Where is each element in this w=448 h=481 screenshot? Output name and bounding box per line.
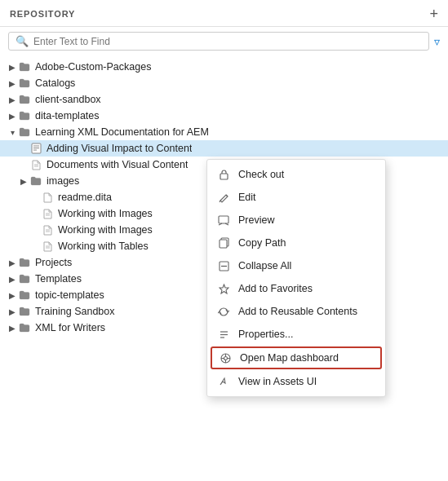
chevron-icon: ▶ bbox=[7, 79, 18, 88]
folder-icon bbox=[18, 60, 31, 73]
chevron-icon: ▶ bbox=[18, 177, 29, 186]
item-label: Training Sandbox bbox=[35, 306, 115, 317]
item-label: Documents with Visual Content bbox=[47, 159, 188, 170]
folder-icon bbox=[18, 289, 31, 302]
add-button[interactable]: + bbox=[429, 7, 438, 21]
item-label: Templates bbox=[35, 273, 82, 285]
ctx-item-label: Edit bbox=[238, 192, 256, 203]
svg-point-32 bbox=[224, 356, 227, 360]
ctx-item-label: Properties... bbox=[238, 329, 293, 340]
chevron-icon: ▶ bbox=[7, 324, 18, 333]
svg-line-18 bbox=[226, 195, 228, 196]
ctx-item-preview[interactable]: Preview bbox=[207, 209, 385, 232]
folder-icon bbox=[18, 305, 31, 318]
repository-panel: REPOSITORY + 🔍 ▿ ▶ Adobe-Custom-Packages… bbox=[0, 0, 448, 481]
ctx-item-label: Check out bbox=[238, 169, 284, 180]
file-icon bbox=[41, 207, 54, 220]
ctx-item-properties[interactable]: Properties... bbox=[207, 323, 385, 346]
file-icon bbox=[41, 240, 54, 253]
search-bar: 🔍 ▿ bbox=[0, 27, 448, 55]
item-label: Projects bbox=[35, 257, 72, 268]
copy-icon bbox=[217, 236, 230, 249]
svg-marker-14 bbox=[44, 242, 51, 251]
ctx-item-add-favorites[interactable]: Add to Favorites bbox=[207, 277, 385, 300]
folder-icon bbox=[18, 109, 31, 122]
folder-icon bbox=[18, 126, 31, 139]
folder-icon bbox=[18, 77, 31, 90]
item-label: XML for Writers bbox=[35, 322, 105, 333]
folder-icon bbox=[29, 174, 42, 188]
folder-icon bbox=[18, 93, 31, 106]
item-label: client-sandbox bbox=[35, 94, 101, 105]
search-icon: 🔍 bbox=[16, 35, 29, 47]
item-label: Working with Tables bbox=[58, 240, 149, 252]
ctx-item-add-reusable[interactable]: Add to Reusable Contents bbox=[207, 300, 385, 323]
filter-icon[interactable]: ▿ bbox=[434, 35, 440, 48]
tree-item-learning[interactable]: ▾ Learning XML Documentation for AEM bbox=[0, 124, 448, 140]
svg-marker-4 bbox=[33, 161, 40, 170]
svg-marker-27 bbox=[220, 285, 228, 293]
item-label: Working with Images bbox=[58, 224, 153, 236]
ctx-item-label: Add to Favorites bbox=[238, 283, 313, 294]
ctx-item-label: Collapse All bbox=[238, 260, 291, 271]
preview-icon bbox=[217, 214, 230, 227]
ctx-item-checkout[interactable]: Check out bbox=[207, 163, 385, 186]
search-input[interactable] bbox=[33, 36, 422, 47]
item-label: images bbox=[47, 175, 79, 187]
ctx-item-copy-path[interactable]: Copy Path bbox=[207, 232, 385, 254]
doc-icon bbox=[29, 142, 42, 155]
svg-marker-7 bbox=[44, 193, 51, 202]
item-label: readme.dita bbox=[58, 192, 112, 203]
star-icon bbox=[217, 282, 230, 295]
svg-rect-24 bbox=[220, 240, 227, 248]
svg-rect-17 bbox=[220, 174, 228, 179]
chevron-icon: ▶ bbox=[7, 95, 18, 104]
map-icon bbox=[219, 351, 232, 364]
tree-item-dita[interactable]: ▶ dita-templates bbox=[0, 108, 448, 124]
ctx-item-open-map[interactable]: Open Map dashboard bbox=[211, 346, 382, 369]
dita-icon bbox=[41, 191, 54, 204]
context-menu: Check outEditPreviewCopy PathCollapse Al… bbox=[206, 159, 386, 397]
folder-icon bbox=[18, 256, 31, 269]
reusable-icon bbox=[217, 305, 230, 318]
chevron-icon: ▶ bbox=[7, 307, 18, 316]
ctx-item-label: Preview bbox=[238, 214, 274, 226]
search-input-wrap: 🔍 bbox=[8, 32, 429, 51]
ctx-item-view-assets[interactable]: View in Assets UI bbox=[207, 370, 385, 393]
assets-icon bbox=[217, 375, 230, 388]
svg-line-19 bbox=[220, 201, 220, 202]
ctx-item-edit[interactable]: Edit bbox=[207, 186, 385, 209]
tree-item-catalogs[interactable]: ▶ Catalogs bbox=[0, 75, 448, 91]
item-label: Adobe-Custom-Packages bbox=[35, 61, 151, 73]
svg-marker-8 bbox=[44, 210, 51, 218]
ctx-item-label: Open Map dashboard bbox=[240, 352, 339, 364]
file-icon bbox=[41, 223, 54, 236]
ctx-item-label: View in Assets UI bbox=[238, 376, 317, 387]
lock-icon bbox=[217, 168, 230, 181]
chevron-icon: ▶ bbox=[7, 291, 18, 300]
chevron-icon: ▶ bbox=[7, 63, 18, 72]
file-icon bbox=[29, 158, 42, 171]
svg-rect-20 bbox=[219, 216, 228, 223]
ctx-item-label: Add to Reusable Contents bbox=[238, 306, 357, 317]
chevron-icon: ▾ bbox=[7, 128, 18, 137]
item-label: Catalogs bbox=[35, 77, 75, 89]
ctx-item-label: Copy Path bbox=[238, 237, 286, 249]
tree-item-client[interactable]: ▶ client-sandbox bbox=[0, 91, 448, 108]
item-label: Adding Visual Impact to Content bbox=[47, 143, 192, 154]
tree-item-adding[interactable]: Adding Visual Impact to Content bbox=[0, 140, 448, 157]
chevron-icon: ▶ bbox=[7, 275, 18, 284]
item-label: Learning XML Documentation for AEM bbox=[35, 126, 209, 138]
collapse-icon bbox=[217, 259, 230, 272]
folder-icon bbox=[18, 321, 31, 334]
panel-header: REPOSITORY + bbox=[0, 0, 448, 27]
chevron-icon: ▶ bbox=[7, 258, 18, 267]
tree-item-adobe[interactable]: ▶ Adobe-Custom-Packages bbox=[0, 59, 448, 75]
svg-marker-11 bbox=[44, 226, 51, 235]
pencil-icon bbox=[217, 191, 230, 204]
item-label: topic-templates bbox=[35, 289, 104, 301]
panel-title: REPOSITORY bbox=[10, 9, 75, 19]
ctx-item-collapse-all[interactable]: Collapse All bbox=[207, 254, 385, 277]
chevron-icon: ▶ bbox=[7, 112, 18, 121]
item-label: Working with Images bbox=[58, 208, 153, 219]
